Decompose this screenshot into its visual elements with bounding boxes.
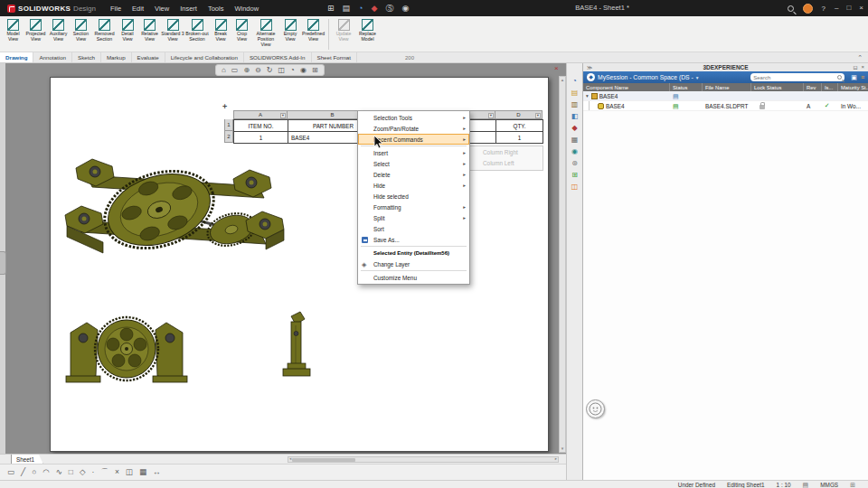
tools-icon[interactable]: ⊛ [571, 160, 578, 167]
ribbon-button-auxiliary-view[interactable]: Auxiliary View [47, 18, 70, 43]
ribbon-button-relative-view[interactable]: Relative View [138, 18, 161, 43]
document-icon[interactable]: ▤ [343, 5, 351, 13]
user-avatar[interactable] [803, 4, 813, 14]
appearances-icon[interactable]: ◆ [571, 125, 577, 132]
sheet-scale[interactable]: 1 : 10 [777, 482, 791, 488]
menu-view[interactable]: View [155, 5, 169, 13]
ribbon-button-empty-view[interactable]: Empty View [279, 18, 301, 43]
menu-item-select[interactable]: Select▸ [358, 158, 469, 169]
column-header-is[interactable]: Is... [822, 83, 838, 91]
drawing-view-isometric[interactable] [65, 158, 284, 261]
drawing-view-side[interactable] [283, 312, 310, 376]
column-header-component-name[interactable]: Component Name [583, 83, 670, 91]
scrollbar-thumb[interactable] [292, 458, 355, 462]
settings-tab-icon[interactable]: ◫ [571, 183, 579, 191]
scroll-left-icon[interactable]: ◂ [289, 457, 291, 462]
close-document-icon[interactable]: × [554, 64, 559, 72]
menu-item-delete[interactable]: Delete▸ [358, 169, 469, 180]
search-magnifier-icon[interactable] [837, 75, 842, 80]
menu-item-change-layer[interactable]: ◈Change Layer [358, 258, 469, 269]
mirror-tool-icon[interactable]: ◫ [126, 468, 133, 476]
rectangle-tool-icon[interactable]: □ [69, 468, 73, 476]
column-dropdown-icon[interactable]: ▾ [488, 113, 494, 118]
zoom-in-icon[interactable]: ⊕ [243, 67, 250, 74]
menu-item-save-as[interactable]: Save As... [358, 234, 469, 245]
forum-icon[interactable]: ◉ [571, 148, 578, 155]
menu-item-sort[interactable]: Sort [358, 223, 469, 234]
column-dropdown-icon[interactable]: ▾ [280, 113, 286, 118]
panel-menu-icon[interactable]: ≡ [861, 74, 864, 80]
file-explorer-icon[interactable]: ▥ [571, 101, 579, 108]
unit-system[interactable]: MMGS [820, 482, 838, 488]
design-library-icon[interactable]: ▤ [571, 89, 579, 97]
assistant-button[interactable] [586, 399, 605, 418]
zoom-fit-icon[interactable]: ⌂ [222, 67, 226, 74]
dimension-tool-icon[interactable]: ↔ [153, 468, 161, 476]
circle-tool-icon[interactable]: ○ [32, 468, 36, 476]
compass-icon[interactable]: ◔ [358, 5, 363, 13]
scroll-right-icon[interactable]: ▸ [555, 457, 557, 462]
ribbon-button-alternate-position-view[interactable]: Alternate Position View [252, 18, 279, 49]
bom-cell[interactable]: QTY. [496, 120, 543, 132]
custom-properties-icon[interactable]: ▦ [571, 136, 579, 144]
feature-tree-flyout-handle[interactable] [0, 251, 6, 275]
hide-show-icon[interactable]: ◉ [300, 67, 307, 74]
tab-solidworks-add-in[interactable]: SOLIDWORKS Add-In [244, 52, 312, 62]
bom-cell[interactable]: 1 [496, 132, 543, 144]
menu-item-customize-menu[interactable]: Customize Menu [358, 272, 469, 283]
ribbon-button-update-view[interactable]: Update View [332, 18, 355, 43]
display-style-icon[interactable]: ◔ [290, 67, 295, 74]
expand-toggle-icon[interactable]: ▾ [586, 93, 589, 99]
vertical-scrollbar[interactable]: ▴ ▾ [559, 76, 566, 453]
ribbon-button-detail-view[interactable]: Detail View [117, 18, 138, 43]
drawing-view-front[interactable] [66, 317, 187, 382]
close-button[interactable]: × [859, 5, 863, 12]
line-tool-icon[interactable]: ╱ [21, 468, 25, 476]
ribbon-button-predefined-view[interactable]: Predefined View [301, 18, 326, 43]
profile-badge-icon[interactable]: Ⓢ [385, 5, 393, 13]
scroll-up-icon[interactable]: ▴ [561, 77, 564, 83]
scroll-down-icon[interactable]: ▾ [561, 446, 564, 452]
close-panel-icon[interactable]: × [861, 64, 864, 70]
point-tool-icon[interactable]: · [92, 468, 95, 476]
alert-icon[interactable]: ◆ [372, 5, 378, 13]
component-row[interactable]: BASE4▤BASE4.SLDPRTA✓In Wo... [583, 101, 868, 111]
menu-item-selection-tools[interactable]: Selection Tools▸ [358, 112, 469, 123]
ribbon-button-broken-out-section[interactable]: Broken-out Section [184, 18, 210, 43]
tab-sketch[interactable]: Sketch [72, 52, 101, 62]
menu-item-zoom-pan-rotate[interactable]: Zoom/Pan/Rotate▸ [358, 123, 469, 134]
arc-tool-icon[interactable]: ◠ [42, 468, 49, 476]
bom-row-header[interactable]: 1 [224, 119, 233, 131]
status-options-icon[interactable]: ⊞ [850, 482, 855, 488]
ribbon-button-crop-view[interactable]: Crop View [231, 18, 252, 43]
component-row[interactable]: ▾BASE4▤ [583, 91, 868, 101]
tab-annotation[interactable]: Annotation [33, 52, 72, 62]
chevron-down-icon[interactable]: ▾ [696, 75, 699, 80]
column-header-rev[interactable]: Rev [804, 83, 822, 91]
minimize-button[interactable]: – [835, 5, 838, 12]
menu-tools[interactable]: Tools [208, 5, 224, 13]
ribbon-button-model-view[interactable]: Model View [2, 18, 24, 43]
select-tool-icon[interactable]: ▭ [7, 468, 14, 476]
maximize-button[interactable]: □ [846, 5, 851, 12]
column-header-status[interactable]: Status [670, 83, 703, 91]
spline-tool-icon[interactable]: ∿ [56, 468, 62, 476]
menu-insert[interactable]: Insert [180, 5, 197, 13]
bom-column-header-d[interactable]: D▾ [495, 110, 542, 119]
menu-item-split[interactable]: Split▸ [358, 212, 469, 223]
collapse-ribbon-icon[interactable]: ⌃ [857, 52, 863, 63]
tab-markup[interactable]: Markup [101, 52, 132, 62]
column-header-file-name[interactable]: File Name [703, 83, 751, 91]
menu-window[interactable]: Window [234, 5, 259, 13]
zoom-out-icon[interactable]: ⊖ [255, 67, 261, 74]
menu-edit[interactable]: Edit [132, 5, 144, 13]
help-tab-icon[interactable]: ⊞ [571, 172, 578, 179]
tab-lifecycle-and-collaboration[interactable]: Lifecycle and Collaboration [165, 52, 244, 62]
menu-item-formatting[interactable]: Formatting▸ [358, 202, 469, 212]
column-header-maturity-st[interactable]: Maturity St... [838, 83, 868, 91]
zoom-area-icon[interactable]: ▭ [231, 67, 239, 74]
view-settings-icon[interactable]: ⊞ [312, 67, 318, 74]
view-palette-icon[interactable]: ◧ [571, 113, 579, 120]
tab-sheet-format[interactable]: Sheet Format [312, 52, 358, 62]
polygon-tool-icon[interactable]: ◇ [80, 468, 86, 476]
